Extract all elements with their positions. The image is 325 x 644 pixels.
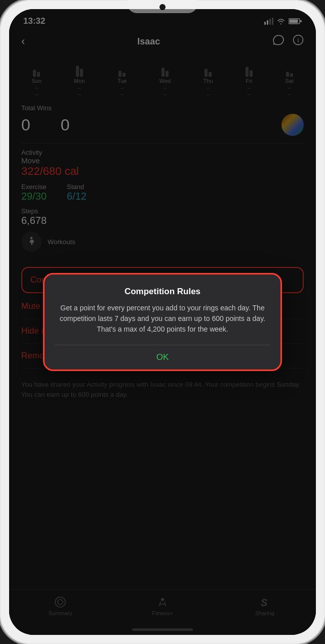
dialog-overlay: Competition Rules Get a point for every …: [9, 99, 316, 405]
phone-screen: 13:32: [9, 9, 316, 635]
dialog-title: Competition Rules: [55, 287, 271, 297]
dialog-body: Get a point for every percent you add to…: [55, 303, 271, 335]
dialog-ok-button[interactable]: OK: [55, 345, 271, 370]
phone-frame: 13:32: [0, 0, 325, 644]
competition-rules-dialog: Competition Rules Get a point for every …: [43, 273, 282, 371]
scroll-content: Total Wins 0 0 Activity Move 322/680 cal: [9, 99, 316, 405]
